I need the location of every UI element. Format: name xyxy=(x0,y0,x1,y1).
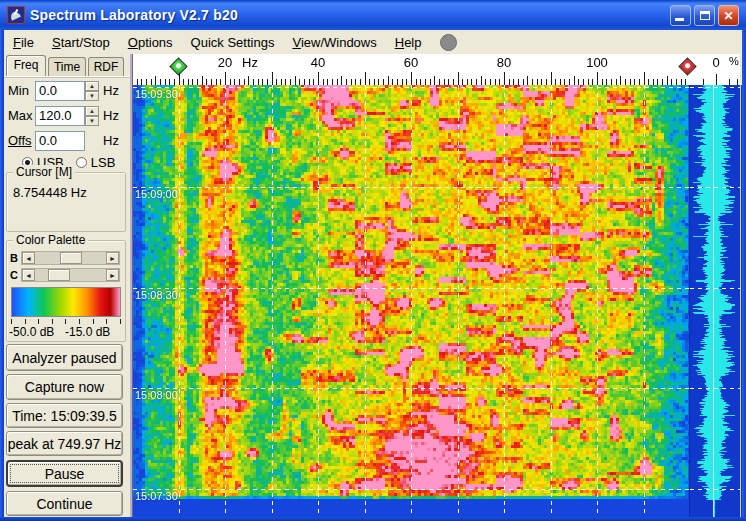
ruler-unit-hz: Hz xyxy=(242,55,258,70)
cursor-group: Cursor [M] 8.754448 Hz xyxy=(6,172,126,232)
max-label: Max xyxy=(8,108,35,123)
application-window: Spectrum Laboratory V2.7 b20 ✕ File Star… xyxy=(0,0,746,521)
arrow-left-icon[interactable]: ◄ xyxy=(22,252,35,264)
max-row: Max ▲▼ Hz xyxy=(8,105,119,126)
cursor-group-title: Cursor [M] xyxy=(13,165,75,179)
time-label: 15:08:30 xyxy=(135,289,178,301)
max-input[interactable] xyxy=(35,106,85,126)
tab-divider xyxy=(4,76,130,77)
close-button[interactable]: ✕ xyxy=(718,5,739,26)
menu-bar: File Start/Stop Options Quick Settings V… xyxy=(4,30,742,54)
lsb-radio[interactable] xyxy=(76,157,87,168)
db-scale-min: -50.0 dB xyxy=(9,325,54,339)
slider-c-thumb[interactable] xyxy=(48,269,70,281)
time-label: 15:09:00 xyxy=(135,188,178,200)
menu-start-stop[interactable]: Start/Stop xyxy=(43,32,119,53)
window-border-right xyxy=(742,28,746,521)
window-title: Spectrum Laboratory V2.7 b20 xyxy=(30,7,238,23)
tab-freq[interactable]: Freq xyxy=(6,55,46,76)
arrow-right-icon[interactable]: ► xyxy=(106,252,119,264)
ruler-label-20: 20 xyxy=(218,55,232,70)
tab-rdf[interactable]: RDF xyxy=(88,57,124,76)
minimize-button[interactable] xyxy=(670,5,691,26)
ruler-label-40: 40 xyxy=(311,55,325,70)
offs-unit: Hz xyxy=(103,133,119,148)
offs-input[interactable] xyxy=(35,131,85,151)
slider-b-thumb[interactable] xyxy=(60,252,82,264)
menu-options[interactable]: Options xyxy=(119,32,182,53)
frequency-ruler[interactable]: 20 Hz 40 60 80 100 0 % xyxy=(133,54,740,85)
ruler-label-80: 80 xyxy=(497,55,511,70)
focus-rect xyxy=(10,464,119,483)
db-scale-max: -15.0 dB xyxy=(65,325,110,339)
pause-button[interactable]: Pause xyxy=(6,460,123,487)
min-spinner[interactable]: ▲▼ xyxy=(85,81,99,101)
min-unit: Hz xyxy=(103,83,119,98)
palette-group-title: Color Palette xyxy=(13,233,88,247)
lsb-label: LSB xyxy=(91,155,116,170)
window-border-bottom xyxy=(0,517,746,521)
time-label: 15:08:00 xyxy=(135,389,178,401)
min-label: Min xyxy=(8,83,35,98)
spin-up-icon[interactable]: ▲ xyxy=(85,81,99,91)
slider-b-label: B xyxy=(10,252,21,264)
color-palette-gradient xyxy=(11,287,121,317)
maximize-button[interactable] xyxy=(694,5,715,26)
spin-down-icon[interactable]: ▼ xyxy=(85,91,99,101)
spin-down-icon[interactable]: ▼ xyxy=(85,116,99,126)
menu-quick-settings[interactable]: Quick Settings xyxy=(182,32,284,53)
continue-button[interactable]: Continue xyxy=(6,491,123,516)
arrow-right-icon[interactable]: ► xyxy=(106,269,119,281)
slider-c-label: C xyxy=(10,269,21,281)
tab-time[interactable]: Time xyxy=(48,57,86,76)
status-indicator-icon xyxy=(440,34,457,51)
palette-scale-ticks xyxy=(11,319,121,324)
close-icon: ✕ xyxy=(723,9,733,23)
ruler-label-100: 100 xyxy=(586,55,608,70)
color-palette-group: Color Palette B ◄ ► C ◄ ► -50.0 dB xyxy=(6,240,126,342)
minimize-icon xyxy=(675,18,684,21)
contrast-slider-row: C ◄ ► xyxy=(10,268,120,282)
time-label: 15:07:30 xyxy=(135,490,178,502)
analyzer-status-button[interactable]: Analyzer paused xyxy=(6,344,123,371)
offs-row: Offs Hz xyxy=(8,130,119,151)
brightness-slider[interactable]: ◄ ► xyxy=(21,251,120,265)
cursor-frequency-value: 8.754448 Hz xyxy=(13,185,87,200)
time-label: 15:09:30 xyxy=(135,88,178,100)
brightness-slider-row: B ◄ ► xyxy=(10,251,120,265)
max-spinner[interactable]: ▲▼ xyxy=(85,106,99,126)
percent-zero-label: 0 xyxy=(712,55,719,70)
maximize-icon xyxy=(700,11,710,20)
ruler-label-60: 60 xyxy=(404,55,418,70)
title-bar[interactable]: Spectrum Laboratory V2.7 b20 ✕ xyxy=(0,0,746,30)
app-icon xyxy=(7,6,25,24)
min-input[interactable] xyxy=(35,81,85,101)
menu-view-windows[interactable]: View/Windows xyxy=(283,32,385,53)
control-panel: Freq Time RDF Min ▲▼ Hz Max ▲▼ Hz Offs H… xyxy=(4,54,130,517)
time-display-button[interactable]: Time: 15:09:39.5 xyxy=(6,403,123,428)
contrast-slider[interactable]: ◄ ► xyxy=(21,268,120,282)
waterfall-display[interactable] xyxy=(133,85,689,517)
amplitude-display[interactable] xyxy=(689,85,742,517)
menu-file[interactable]: File xyxy=(4,32,43,53)
spin-up-icon[interactable]: ▲ xyxy=(85,106,99,116)
capture-now-button[interactable]: Capture now xyxy=(6,374,123,400)
peak-display-button[interactable]: peak at 749.97 Hz xyxy=(6,431,123,456)
arrow-left-icon[interactable]: ◄ xyxy=(22,269,35,281)
window-border-left xyxy=(0,28,4,521)
menu-help[interactable]: Help xyxy=(386,32,431,53)
min-row: Min ▲▼ Hz xyxy=(8,80,119,101)
offs-label[interactable]: Offs xyxy=(8,133,35,148)
panel-divider xyxy=(130,54,133,517)
max-unit: Hz xyxy=(103,108,119,123)
percent-unit-label: % xyxy=(729,55,739,67)
